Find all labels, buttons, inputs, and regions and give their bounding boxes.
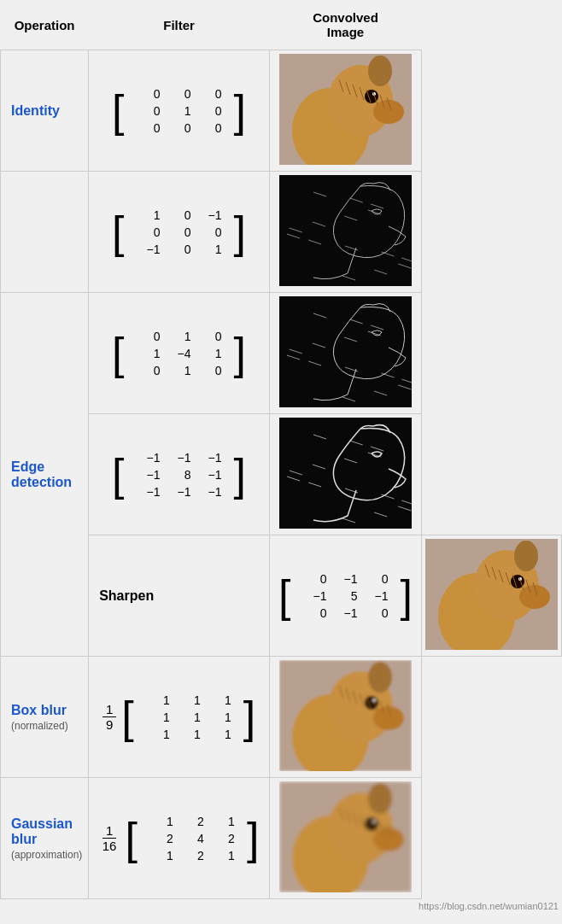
op-cell-identity: Identity — [1, 50, 89, 172]
header-filter: Filter — [89, 0, 270, 50]
op-label-sharpen: Sharpen — [99, 588, 154, 603]
svg-point-66 — [514, 541, 538, 571]
svg-rect-31 — [279, 296, 412, 407]
filter-cell-edge3: [−1−1−1−18−1−1−1−1] — [89, 414, 270, 535]
op-cell-gaussian: Gaussian blur(approximation) — [1, 778, 89, 899]
svg-point-96 — [368, 783, 392, 814]
image-cell-edge2 — [270, 293, 422, 414]
op-cell-edge-detection: Edge detection — [1, 293, 89, 657]
filter-cell-box_blur: 19[111111111] — [89, 657, 270, 778]
svg-point-3 — [368, 56, 392, 86]
filter-cell-edge2: [0101−41010] — [89, 293, 270, 414]
table-row-box_blur: Box blur(normalized)19[111111111] — [1, 657, 562, 778]
filter-cell-sharpen: [0−10−15−10−10] — [270, 535, 422, 657]
filter-cell-identity: [000010000] — [89, 50, 270, 172]
op-sublabel-box_blur: (normalized) — [11, 720, 68, 732]
table-row-gaussian: Gaussian blur(approximation)116[12124212… — [1, 778, 562, 899]
image-cell-edge1 — [270, 172, 422, 293]
op-label-gaussian: Gaussian blur — [11, 816, 73, 846]
filter-cell-edge1: [10−1000−101] — [89, 172, 270, 293]
convolution-table: Operation Filter Convolved Image Identit… — [0, 0, 562, 899]
watermark: https://blog.csdn.net/wumian0121 — [0, 899, 562, 913]
op-sublabel-gaussian: (approximation) — [11, 849, 82, 861]
image-cell-gaussian — [270, 778, 422, 899]
svg-rect-47 — [279, 418, 412, 529]
svg-rect-15 — [279, 175, 412, 286]
header-image: Convolved Image — [270, 0, 422, 50]
table-row-edge2: Edge detection[0101−41010] — [1, 293, 562, 414]
op-cell-sharpen: Sharpen — [89, 535, 270, 657]
image-cell-sharpen — [422, 535, 562, 657]
table-row-edge1: [10−1000−101] — [1, 172, 562, 293]
op-label-edge: Edge detection — [11, 459, 72, 489]
image-cell-box_blur — [270, 657, 422, 778]
op-label-box_blur: Box blur — [11, 703, 67, 717]
image-cell-edge3 — [270, 414, 422, 535]
svg-point-81 — [368, 662, 392, 693]
op-cell-empty — [1, 172, 89, 293]
op-cell-box_blur: Box blur(normalized) — [1, 657, 89, 778]
image-cell-identity — [270, 50, 422, 172]
op-label-identity: Identity — [11, 103, 60, 118]
header-operation: Operation — [1, 0, 89, 50]
table-row-identity: Identity[000010000] — [1, 50, 562, 172]
filter-cell-gaussian: 116[121242121] — [89, 778, 270, 899]
